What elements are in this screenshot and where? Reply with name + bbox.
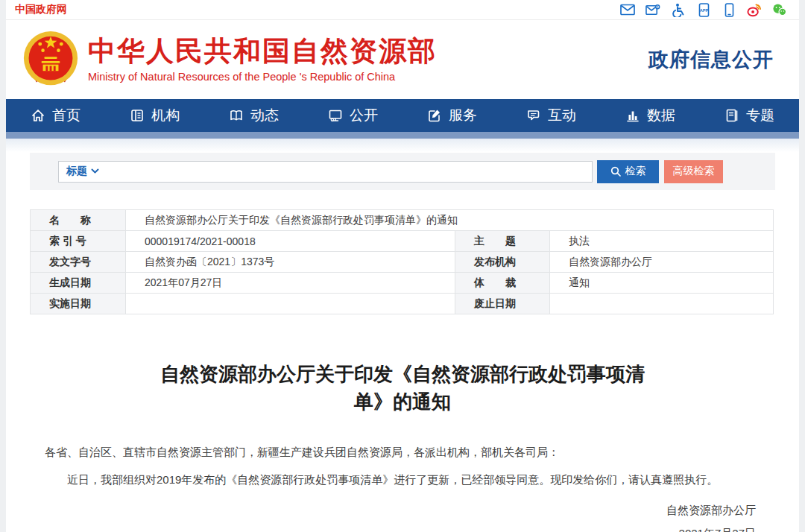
search-button-label: 检索	[625, 165, 646, 178]
advanced-search-button[interactable]: 高级检索	[664, 160, 723, 183]
search-panel: 标题 检索 高级检索	[30, 153, 775, 190]
gov-portal-link[interactable]: 中国政府网	[15, 3, 67, 16]
search-button[interactable]: 检索	[597, 160, 659, 183]
nav-label: 数据	[647, 106, 675, 125]
national-emblem-logo	[22, 29, 79, 90]
search-field-selector[interactable]: 标题	[66, 165, 99, 178]
signature-date: 2021年7月27日	[30, 522, 756, 532]
app-icon[interactable]: APP	[696, 3, 711, 17]
monitor-icon	[328, 108, 343, 123]
nav-item-services[interactable]: 服务	[402, 99, 502, 132]
org-names: 中华人民共和国自然资源部 Ministry of Natural Resourc…	[88, 37, 437, 83]
search-icon	[610, 166, 621, 177]
ministry-name-cn: 中华人民共和国自然资源部	[88, 37, 437, 67]
field-value-genre: 通知	[550, 273, 774, 294]
nav-substrip	[6, 132, 799, 139]
open-book-icon	[229, 108, 244, 123]
signature-org: 自然资源部办公厅	[30, 498, 756, 522]
article-body: 各省、自治区、直辖市自然资源主管部门，新疆生产建设兵团自然资源局，各派出机构，部…	[30, 443, 775, 490]
search-box: 标题	[58, 161, 593, 183]
field-value-repeal-date	[550, 294, 774, 314]
field-value-issuing-agency: 自然资源部办公厅	[550, 252, 774, 273]
table-row: 索 引 号 000019174/2021-00018 主 题 执法	[31, 231, 774, 252]
home-icon	[31, 108, 45, 123]
field-label-name: 名 称	[31, 210, 126, 231]
mail-settings-icon[interactable]	[645, 3, 660, 17]
wechat-icon[interactable]	[772, 3, 787, 17]
field-label-created-date: 生成日期	[31, 273, 126, 294]
nav-label: 公开	[350, 106, 378, 125]
ministry-name-en: Ministry of Natural Resources of the Peo…	[88, 71, 437, 83]
nav-label: 动态	[250, 106, 279, 125]
field-label-doc-number: 发文字号	[31, 252, 126, 273]
field-label-genre: 体 裁	[455, 273, 550, 294]
article-title: 自然资源部办公厅关于印发《自然资源部行政处罚事项清单》的通知	[145, 361, 660, 416]
field-value-index-number: 000019174/2021-00018	[126, 231, 455, 252]
top-utility-bar: 中国政府网 APP	[6, 0, 799, 20]
masthead: 中华人民共和国自然资源部 Ministry of Natural Resourc…	[6, 20, 799, 99]
field-label-repeal-date: 废止日期	[455, 294, 550, 314]
mail-icon[interactable]	[620, 3, 635, 17]
nav-item-disclosure[interactable]: 公开	[303, 99, 402, 132]
nav-label: 服务	[449, 106, 477, 125]
nav-label: 互动	[548, 106, 576, 125]
weibo-icon[interactable]	[747, 3, 762, 17]
article-signature: 自然资源部办公厅 2021年7月27日	[30, 498, 775, 532]
bar-chart-icon	[625, 108, 640, 123]
nav-item-data[interactable]: 数据	[601, 99, 700, 132]
advanced-search-label: 高级检索	[673, 165, 715, 178]
accessibility-icon[interactable]	[671, 3, 686, 17]
table-row: 生成日期 2021年07月27日 体 裁 通知	[31, 273, 774, 294]
field-label-topic: 主 题	[455, 231, 550, 252]
main-content: 标题 检索 高级检索 名 称 自然资源部办公厅关于印发《自然资源部行政处罚事项清…	[6, 153, 799, 532]
nav-label: 机构	[151, 106, 180, 125]
gov-info-disclosure-title: 政府信息公开	[648, 46, 774, 73]
nav-item-home[interactable]: 首页	[6, 99, 105, 132]
search-input[interactable]	[107, 162, 584, 181]
field-value-topic: 执法	[550, 231, 774, 252]
nav-label: 专题	[746, 106, 774, 125]
main-navbar: 首页 机构 动态 公开 服务 互动 数据 专题	[6, 99, 799, 132]
table-row: 发文字号 自然资办函〔2021〕1373号 发布机构 自然资源部办公厅	[31, 252, 774, 273]
document-metadata-table: 名 称 自然资源部办公厅关于印发《自然资源部行政处罚事项清单》的通知 索 引 号…	[30, 209, 774, 314]
search-field-label: 标题	[66, 165, 87, 178]
field-value-name: 自然资源部办公厅关于印发《自然资源部行政处罚事项清单》的通知	[126, 210, 774, 231]
article-paragraph: 近日，我部组织对2019年发布的《自然资源部行政处罚事项清单》进行了更新，已经部…	[30, 470, 775, 490]
svg-text:APP: APP	[699, 7, 708, 12]
page: 中国政府网 APP	[6, 0, 799, 532]
field-label-effective-date: 实施日期	[31, 294, 126, 314]
nav-label: 首页	[52, 106, 80, 125]
nav-item-interaction[interactable]: 互动	[502, 99, 601, 132]
journal-icon	[724, 108, 739, 123]
field-value-doc-number: 自然资办函〔2021〕1373号	[126, 252, 455, 273]
field-label-index-number: 索 引 号	[31, 231, 126, 252]
nav-item-news[interactable]: 动态	[204, 99, 303, 132]
table-row: 名 称 自然资源部办公厅关于印发《自然资源部行政处罚事项清单》的通知	[31, 210, 774, 231]
organization-icon	[130, 108, 145, 123]
nav-item-organization[interactable]: 机构	[105, 99, 204, 132]
chevron-down-icon	[91, 168, 99, 174]
chat-bubbles-icon	[526, 108, 541, 123]
topbar-icons: APP	[620, 3, 787, 17]
mobile-icon[interactable]	[722, 3, 736, 17]
nav-fade	[6, 139, 799, 152]
nav-item-topics[interactable]: 专题	[700, 99, 799, 132]
field-value-effective-date	[126, 294, 455, 314]
edit-note-icon	[427, 108, 442, 123]
article-paragraph: 各省、自治区、直辖市自然资源主管部门，新疆生产建设兵团自然资源局，各派出机构，部…	[30, 443, 775, 462]
field-label-issuing-agency: 发布机构	[455, 252, 550, 273]
table-row: 实施日期 废止日期	[31, 294, 774, 314]
field-value-created-date: 2021年07月27日	[126, 273, 455, 294]
